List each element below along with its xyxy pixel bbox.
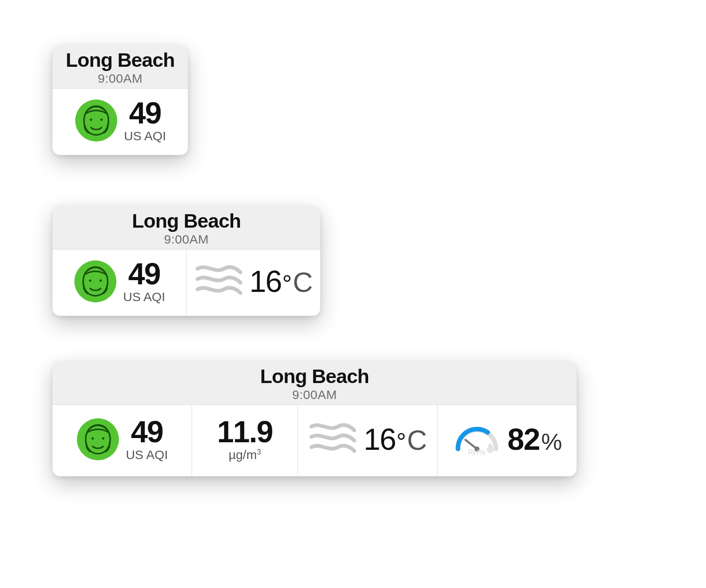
pm-unit-sup: 3 <box>257 448 261 456</box>
aqi-value: 49 <box>123 259 165 289</box>
degree-symbol: ° <box>282 269 292 297</box>
widget-body: 49 US AQI <box>53 89 188 155</box>
humidity-gauge-icon: RH% <box>452 420 502 459</box>
location-name: Long Beach <box>53 209 320 232</box>
aqi-value: 49 <box>124 98 166 128</box>
aqi-widget-medium[interactable]: Long Beach 9:00AM <box>53 206 320 316</box>
widget-body: 49 US AQI 11.9 µg/m3 <box>53 405 577 476</box>
degree-symbol: ° <box>396 427 406 455</box>
pm-metric: 11.9 µg/m3 <box>217 417 272 462</box>
aqi-value: 49 <box>126 417 168 447</box>
aqi-cell: 49 US AQI <box>53 89 188 155</box>
humidity-metric: 82 % <box>508 422 562 457</box>
temperature-value: 16 <box>250 264 282 299</box>
face-good-icon <box>76 417 120 461</box>
temperature-cell: 16 ° C <box>298 405 437 476</box>
face-good-icon <box>74 99 118 142</box>
svg-point-4 <box>89 279 91 281</box>
temperature-unit: C <box>293 266 313 298</box>
location-name: Long Beach <box>53 365 577 388</box>
pm-unit-prefix: µg/m <box>229 448 257 462</box>
widget-header: Long Beach 9:00AM <box>53 361 577 405</box>
temperature-cell: 16 ° C <box>187 249 320 316</box>
aqi-cell: 49 US AQI <box>53 405 192 476</box>
timestamp: 9:00AM <box>53 232 320 247</box>
svg-point-8 <box>102 437 104 439</box>
temperature-unit: C <box>407 424 427 456</box>
pm-unit: µg/m3 <box>217 448 272 462</box>
aqi-cell: 49 US AQI <box>53 249 187 316</box>
wind-icon <box>308 420 358 458</box>
aqi-widget-small[interactable]: Long Beach 9:00AM <box>53 45 188 155</box>
humidity-gauge-label: RH% <box>452 448 502 457</box>
face-good-icon <box>74 260 117 303</box>
timestamp: 9:00AM <box>53 71 188 86</box>
svg-point-5 <box>100 279 102 281</box>
humidity-cell: RH% 82 % <box>437 405 577 476</box>
temperature-metric: 16 ° C <box>250 264 313 299</box>
svg-point-2 <box>100 118 103 121</box>
aqi-unit: US AQI <box>126 448 168 462</box>
aqi-metric: 49 US AQI <box>124 98 166 143</box>
location-name: Long Beach <box>53 48 188 71</box>
humidity-value: 82 <box>508 422 540 457</box>
aqi-metric: 49 US AQI <box>123 259 165 304</box>
aqi-metric: 49 US AQI <box>126 417 168 462</box>
aqi-widget-large[interactable]: Long Beach 9:00AM <box>53 361 577 476</box>
svg-line-10 <box>465 440 477 449</box>
pm-value: 11.9 <box>217 417 272 447</box>
timestamp: 9:00AM <box>53 388 577 402</box>
temperature-value: 16 <box>364 422 395 457</box>
svg-point-1 <box>90 118 92 121</box>
pm-cell: 11.9 µg/m3 <box>192 405 298 476</box>
svg-point-7 <box>92 437 94 439</box>
widget-body: 49 US AQI 16 ° C <box>53 249 320 316</box>
temperature-metric: 16 ° C <box>364 422 427 457</box>
widget-header: Long Beach 9:00AM <box>53 45 188 89</box>
aqi-unit: US AQI <box>123 290 165 304</box>
humidity-unit: % <box>541 428 562 455</box>
widget-header: Long Beach 9:00AM <box>53 206 320 249</box>
wind-icon <box>194 262 244 300</box>
aqi-unit: US AQI <box>124 129 166 143</box>
